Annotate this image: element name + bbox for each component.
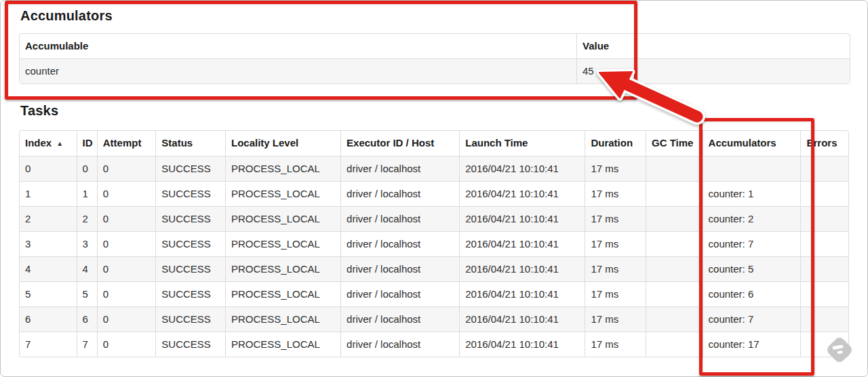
task-executor-cell: driver / localhost: [340, 206, 459, 231]
column-header-duration[interactable]: Duration: [585, 131, 646, 156]
task-gc-time-cell: [646, 181, 703, 206]
task-accumulators-cell: counter: 7: [703, 306, 801, 332]
task-accumulators-cell: [703, 156, 801, 181]
column-header-launch-time[interactable]: Launch Time: [459, 131, 585, 156]
column-header-gc-time[interactable]: GC Time: [646, 131, 703, 156]
column-header-attempt[interactable]: Attempt: [97, 131, 156, 156]
task-accumulators-cell: counter: 6: [703, 281, 801, 306]
task-errors-cell: [800, 306, 848, 332]
accumulators-table: Accumulable Value counter 45: [19, 33, 850, 84]
task-attempt-cell: 0: [97, 231, 156, 256]
accumulable-value-cell: 45: [576, 58, 850, 83]
task-executor-cell: driver / localhost: [340, 156, 459, 181]
task-locality-cell: PROCESS_LOCAL: [225, 306, 340, 332]
accumulator-row: counter 45: [20, 58, 850, 83]
task-gc-time-cell: [646, 156, 703, 181]
column-header-index-label: Index: [25, 137, 52, 148]
task-launch-time-cell: 2016/04/21 10:10:41: [459, 206, 585, 231]
task-errors-cell: [800, 181, 848, 206]
task-gc-time-cell: [646, 256, 703, 281]
spark-stage-page: Accumulators Accumulable Value counter 4…: [0, 8, 868, 357]
task-locality-cell: PROCESS_LOCAL: [225, 206, 340, 231]
task-index-cell: 0: [20, 156, 77, 181]
task-launch-time-cell: 2016/04/21 10:10:41: [459, 281, 585, 306]
task-locality-cell: PROCESS_LOCAL: [225, 256, 340, 281]
column-header-value: Value: [576, 34, 850, 58]
task-status-cell: SUCCESS: [155, 206, 225, 231]
task-row: 000SUCCESSPROCESS_LOCALdriver / localhos…: [20, 156, 848, 181]
task-index-cell: 3: [20, 231, 77, 256]
task-accumulators-cell: counter: 17: [703, 332, 801, 357]
task-launch-time-cell: 2016/04/21 10:10:41: [459, 231, 585, 256]
task-id-cell: 3: [77, 231, 97, 256]
task-attempt-cell: 0: [97, 256, 156, 281]
task-index-cell: 5: [20, 281, 77, 306]
task-errors-cell: [800, 206, 848, 231]
task-gc-time-cell: [646, 281, 703, 306]
task-gc-time-cell: [646, 306, 703, 332]
accumulators-section-title: Accumulators: [20, 8, 849, 23]
task-errors-cell: [800, 281, 848, 306]
task-locality-cell: PROCESS_LOCAL: [225, 181, 340, 206]
task-status-cell: SUCCESS: [155, 332, 225, 357]
task-attempt-cell: 0: [97, 281, 156, 306]
task-accumulators-cell: counter: 5: [703, 256, 801, 281]
task-duration-cell: 17 ms: [585, 281, 646, 306]
task-id-cell: 0: [77, 156, 97, 181]
task-duration-cell: 17 ms: [585, 156, 646, 181]
task-duration-cell: 17 ms: [585, 306, 646, 332]
task-id-cell: 6: [77, 306, 97, 332]
task-executor-cell: driver / localhost: [340, 332, 459, 357]
task-id-cell: 2: [77, 206, 97, 231]
task-executor-cell: driver / localhost: [340, 306, 459, 332]
task-row: 440SUCCESSPROCESS_LOCALdriver / localhos…: [20, 256, 848, 281]
task-attempt-cell: 0: [97, 332, 156, 357]
column-header-locality-level[interactable]: Locality Level: [225, 131, 340, 156]
task-errors-cell: [800, 332, 848, 357]
task-duration-cell: 17 ms: [585, 231, 646, 256]
task-locality-cell: PROCESS_LOCAL: [225, 231, 340, 256]
column-header-accumulators[interactable]: Accumulators: [703, 131, 801, 156]
task-index-cell: 7: [20, 332, 77, 357]
task-errors-cell: [800, 256, 848, 281]
column-header-executor-id-host[interactable]: Executor ID / Host: [340, 131, 459, 156]
sort-ascending-icon: ▲: [56, 140, 63, 147]
task-accumulators-cell: counter: 2: [703, 206, 801, 231]
task-attempt-cell: 0: [97, 306, 156, 332]
column-header-accumulable: Accumulable: [20, 34, 576, 58]
task-executor-cell: driver / localhost: [340, 181, 459, 206]
accumulable-name-cell: counter: [20, 58, 576, 83]
task-row: 550SUCCESSPROCESS_LOCALdriver / localhos…: [20, 281, 848, 306]
task-executor-cell: driver / localhost: [340, 281, 459, 306]
task-id-cell: 1: [77, 181, 97, 206]
task-gc-time-cell: [646, 206, 703, 231]
task-attempt-cell: 0: [97, 181, 156, 206]
column-header-index[interactable]: Index▲: [20, 131, 77, 156]
task-row: 660SUCCESSPROCESS_LOCALdriver / localhos…: [20, 306, 848, 332]
task-executor-cell: driver / localhost: [340, 231, 459, 256]
task-launch-time-cell: 2016/04/21 10:10:41: [459, 306, 585, 332]
task-duration-cell: 17 ms: [585, 181, 646, 206]
task-id-cell: 5: [77, 281, 97, 306]
task-accumulators-cell: counter: 1: [703, 181, 801, 206]
task-index-cell: 4: [20, 256, 77, 281]
column-header-errors[interactable]: Errors: [800, 131, 848, 156]
task-id-cell: 7: [77, 332, 97, 357]
task-duration-cell: 17 ms: [585, 256, 646, 281]
column-header-status[interactable]: Status: [155, 131, 225, 156]
task-status-cell: SUCCESS: [155, 256, 225, 281]
task-row: 220SUCCESSPROCESS_LOCALdriver / localhos…: [20, 206, 848, 231]
task-status-cell: SUCCESS: [155, 306, 225, 332]
task-gc-time-cell: [646, 231, 703, 256]
task-locality-cell: PROCESS_LOCAL: [225, 332, 340, 357]
column-header-id[interactable]: ID: [77, 131, 97, 156]
task-locality-cell: PROCESS_LOCAL: [225, 281, 340, 306]
tasks-table: Index▲ ID Attempt Status Locality Level …: [19, 130, 849, 357]
task-status-cell: SUCCESS: [155, 231, 225, 256]
task-launch-time-cell: 2016/04/21 10:10:41: [459, 256, 585, 281]
tasks-header-row: Index▲ ID Attempt Status Locality Level …: [20, 131, 848, 156]
task-status-cell: SUCCESS: [155, 181, 225, 206]
accumulators-header-row: Accumulable Value: [20, 34, 850, 58]
task-launch-time-cell: 2016/04/21 10:10:41: [459, 156, 585, 181]
task-row: 330SUCCESSPROCESS_LOCALdriver / localhos…: [20, 231, 848, 256]
